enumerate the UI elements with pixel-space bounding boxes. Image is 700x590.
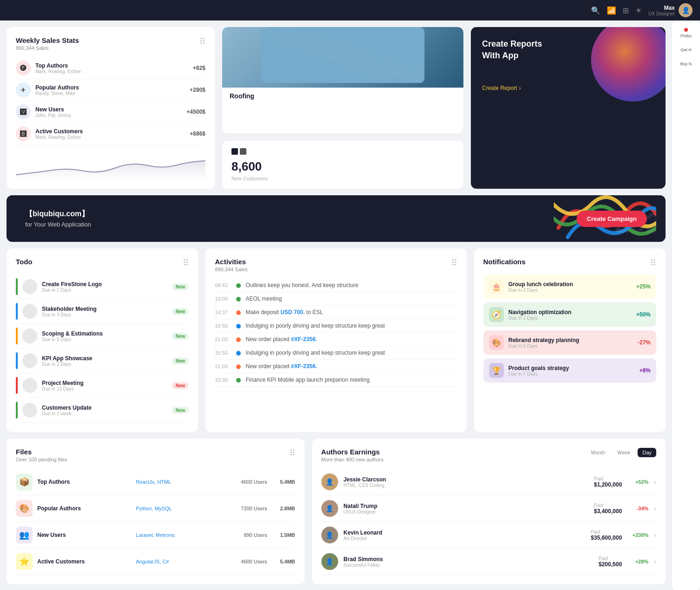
list-item: Stakeholder Meeting Due in 3 Days New [16, 299, 189, 324]
chevron-right-icon[interactable]: › [654, 558, 656, 565]
create-campaign-button[interactable]: Create Campaign [577, 211, 647, 227]
file-icon: 📦 [16, 473, 33, 490]
grid-icon[interactable]: ⊞ [623, 6, 629, 15]
row-3: Todo ⠿ Create FireStone Logo Due in 2 Da… [7, 248, 666, 432]
weekly-sales-subtitle: 890,344 Sales [16, 45, 79, 51]
list-item: ⭐ Active Customers AngularJS, C# 4600 Us… [16, 549, 295, 575]
chevron-right-icon[interactable]: › [654, 531, 656, 539]
file-icon: 👥 [16, 527, 33, 543]
stats-list: 🅟 Top Authors Mark, Rowling, Esther +82$… [16, 57, 205, 145]
panel-dot [684, 28, 688, 32]
new-customers-label: New Customers [231, 176, 454, 181]
list-item: Scoping & Estimations Due in 5 Days New [16, 324, 189, 349]
earnings-subtitle: More than 400 new authors [321, 457, 384, 462]
todo-card: Todo ⠿ Create FireStone Logo Due in 2 Da… [7, 248, 198, 432]
list-item: 21:03 New order placed #XF-2356. [215, 360, 457, 373]
avatar: 👤 [321, 553, 338, 570]
stat-popular-authors: ✈ Popular Authors Randy, Steve, Mike +28… [16, 79, 205, 101]
todo-badge: New [172, 308, 189, 315]
notifications-menu[interactable]: ⠿ [650, 258, 656, 268]
todo-menu[interactable]: ⠿ [183, 258, 189, 268]
author-change: +28% [627, 559, 648, 564]
list-item: Project Meeting Due in 12 Days New [16, 373, 189, 398]
active-customers-name: Active Customers [35, 128, 185, 135]
middle-col: Roofing 8,600 New Customers [222, 27, 463, 189]
author-change: -34% [627, 506, 648, 511]
list-item: 🏆 Product goals strategy Due in 7 Days +… [483, 358, 656, 383]
authors-list: 👤 Jessie Clarcson HTML, CSS Coding Paid … [321, 469, 656, 575]
notif-icon: 🏆 [489, 363, 504, 378]
roofing-card: Roofing [222, 27, 463, 133]
list-item: 👥 New Users Laravel, Metronic 890 Users … [16, 522, 295, 549]
popular-authors-icon: ✈ [16, 82, 31, 97]
activity-dot [236, 364, 241, 369]
list-item: 📦 Top Authors ReactJs, HTML 4600 Users 5… [16, 469, 295, 495]
todo-badge: New [172, 333, 189, 340]
campaign-sub: for Your Web Application [25, 221, 91, 228]
nc-icon1 [231, 148, 238, 155]
panel-item-geth[interactable]: Get H [680, 48, 692, 52]
files-title: Files [16, 448, 67, 456]
avatar [22, 279, 37, 294]
notifications-card: Notifications ⠿ 🎂 Group lunch celebratio… [474, 248, 666, 432]
filter-week[interactable]: Week [613, 448, 635, 457]
files-menu[interactable]: ⠿ [289, 448, 295, 458]
list-item: Create FireStone Logo Due in 2 Days New [16, 274, 189, 299]
file-icon: ⭐ [16, 553, 33, 570]
weekly-sales-menu[interactable]: ⠿ [199, 36, 205, 47]
activity-dot [236, 351, 241, 356]
campaign-banner: 【biqubiqu.com】 for Your Web Application … [7, 195, 666, 242]
avatar [22, 403, 37, 418]
avatar: 👤 [321, 500, 338, 517]
todo-badge: New [172, 407, 189, 414]
list-item: 14:37 Make deposit USD 700. to ESL [215, 306, 457, 319]
campaign-brand: 【biqubiqu.com】 [25, 209, 91, 219]
avatar[interactable]: 👤 [679, 3, 693, 17]
activity-dot [236, 324, 241, 329]
brightness-icon[interactable]: ☀ [635, 6, 642, 15]
list-item: 10:30 Finance KPI Mobile app launch prep… [215, 373, 457, 387]
weekly-sales-title: Weekly Sales Stats [16, 36, 79, 44]
row-4: Files Over 100 pending files ⠿ 📦 Top Aut… [7, 439, 666, 584]
activity-dot [236, 310, 241, 315]
popular-authors-sub: Randy, Steve, Mike [35, 91, 185, 96]
notif-icon: 🎂 [489, 279, 504, 294]
search-icon[interactable]: 🔍 [591, 6, 600, 15]
popular-authors-val: +280$ [190, 87, 205, 93]
panel-item-prebu[interactable]: Prebu [680, 28, 692, 38]
filter-month[interactable]: Month [586, 448, 610, 457]
list-item: 👤 Kevin Leonard Art Director Paid $35,60… [321, 522, 656, 549]
panel-item-buyn[interactable]: Buy N [680, 62, 692, 66]
chevron-right-icon[interactable]: › [654, 478, 656, 486]
activity-dot [236, 378, 241, 383]
list-item: KPI App Showcase Due in 2 Days New [16, 349, 189, 373]
nc-icon2 [240, 148, 246, 155]
list-item: 10:00 AEOL meeting [215, 292, 457, 306]
popular-authors-name: Popular Authors [35, 84, 185, 91]
top-authors-sub: Mark, Rowling, Esther [35, 69, 188, 74]
activity-dot [236, 283, 241, 288]
activities-list: 08:42 Outlines keep you honest. And keep… [215, 279, 457, 387]
weekly-sales-card: Weekly Sales Stats 890,344 Sales ⠿ 🅟 Top… [7, 27, 215, 189]
filter-day[interactable]: Day [638, 448, 656, 457]
avatar [22, 329, 37, 343]
earnings-filters: Month Week Day [586, 448, 656, 457]
list-item: 16:50 Indulging in poorly driving and ke… [215, 319, 457, 333]
todo-item-name: Create FireStone Logo [42, 281, 167, 288]
list-item: 🎂 Group lunch celebration Due in 2 Days … [483, 274, 656, 299]
todo-list: Create FireStone Logo Due in 2 Days New … [16, 274, 189, 423]
todo-badge: New [172, 357, 189, 364]
active-customers-sub: Mark, Rowling, Esther [35, 135, 185, 140]
todo-item-due: Due in 2 Days [42, 288, 167, 293]
right-panel: Prebu Get H Buy N [672, 21, 700, 590]
todo-badge: New [172, 382, 189, 389]
files-list: 📦 Top Authors ReactJs, HTML 4600 Users 5… [16, 469, 295, 575]
notif-icon: 🎨 [489, 335, 504, 350]
activities-menu[interactable]: ⠿ [451, 258, 457, 268]
notifications-list: 🎂 Group lunch celebration Due in 2 Days … [483, 274, 656, 383]
chevron-right-icon[interactable]: › [654, 505, 656, 512]
user-role: UX Designer [648, 11, 675, 16]
user-profile[interactable]: Max UX Designer 👤 [648, 3, 693, 17]
author-change: +230% [627, 532, 648, 538]
notifications-title: Notifications [483, 258, 526, 266]
